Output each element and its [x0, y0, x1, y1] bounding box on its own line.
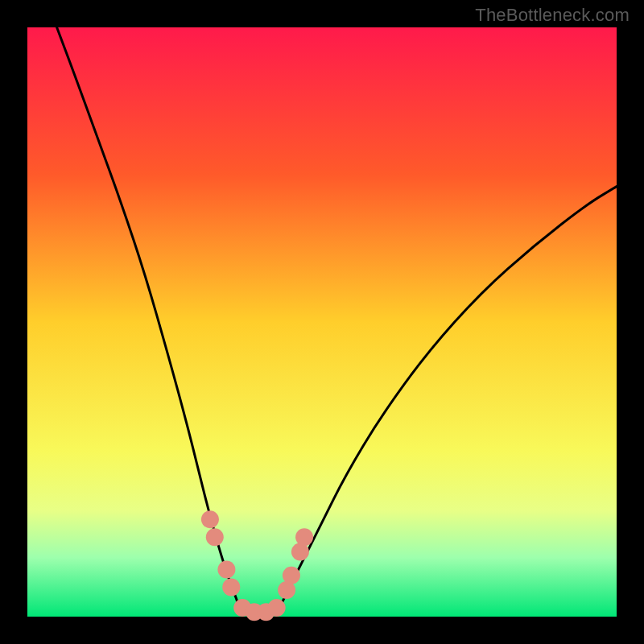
marker-right-upper-pair-b	[295, 528, 313, 546]
watermark-text: TheBottleneck.com	[475, 5, 630, 26]
bottleneck-chart	[0, 0, 644, 644]
chart-frame: TheBottleneck.com	[0, 0, 644, 644]
marker-right-lower-pair-b	[283, 567, 300, 584]
marker-floor-d	[268, 599, 286, 617]
plot-background	[27, 27, 617, 617]
marker-left-upper-pair-a	[201, 510, 219, 528]
marker-left-lower-pair-b	[222, 578, 240, 596]
marker-left-upper-pair-b	[206, 528, 224, 546]
marker-left-lower-pair-a	[217, 560, 235, 578]
